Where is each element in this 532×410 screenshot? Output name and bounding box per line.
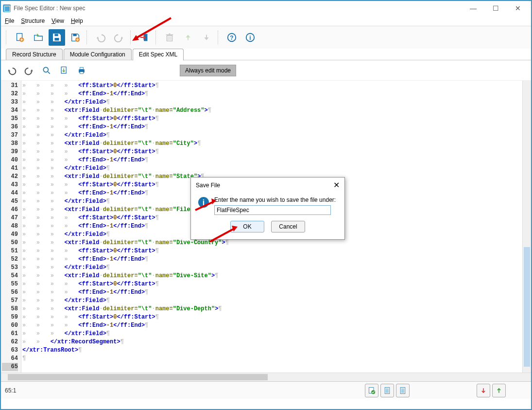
svg-rect-3 bbox=[54, 38, 59, 41]
tab-module-configuration[interactable]: Module Configuration bbox=[64, 49, 132, 60]
about-button[interactable]: i bbox=[242, 29, 258, 46]
dialog-close-button[interactable]: ✕ bbox=[333, 180, 340, 190]
svg-rect-2 bbox=[54, 34, 58, 36]
dialog-message: Enter the name you wish to save the file… bbox=[214, 196, 338, 203]
tab-record-structure[interactable]: Record Structure bbox=[6, 49, 63, 60]
menu-file[interactable]: File bbox=[5, 18, 14, 24]
editor-print-button[interactable] bbox=[75, 64, 88, 77]
svg-rect-20 bbox=[385, 387, 390, 393]
save-button[interactable] bbox=[49, 29, 65, 46]
svg-rect-17 bbox=[80, 71, 84, 73]
line-number-gutter: 3132333435363738394041424344454647484950… bbox=[1, 81, 21, 373]
menubar: File Structure View Help bbox=[1, 16, 531, 26]
editor-tabs: Record Structure Module Configuration Ed… bbox=[1, 49, 531, 60]
help-button[interactable]: ? bbox=[223, 29, 240, 46]
svg-rect-21 bbox=[400, 387, 405, 393]
svg-rect-7 bbox=[188, 37, 189, 40]
status-doc1-button[interactable] bbox=[380, 384, 394, 397]
close-window-button[interactable]: ✕ bbox=[507, 1, 529, 15]
save-as-button[interactable] bbox=[67, 29, 84, 46]
undo-button[interactable] bbox=[92, 29, 109, 46]
svg-text:?: ? bbox=[230, 35, 233, 41]
info-icon: i bbox=[198, 196, 209, 208]
cancel-button[interactable]: Cancel bbox=[271, 221, 305, 232]
always-edit-mode-button[interactable]: Always edit mode bbox=[180, 65, 236, 76]
app-icon bbox=[3, 4, 11, 12]
menu-view[interactable]: View bbox=[51, 18, 64, 24]
svg-rect-4 bbox=[73, 34, 76, 36]
ok-button[interactable]: OK bbox=[230, 221, 264, 232]
dialog-title: Save File bbox=[196, 182, 220, 189]
move-up-button[interactable] bbox=[180, 29, 196, 46]
save-file-dialog: Save File ✕ i Enter the name you wish to… bbox=[190, 177, 345, 240]
window-titlebar: File Spec Editor : New spec — ☐ ✕ bbox=[1, 1, 531, 16]
editor-toolbar: Always edit mode bbox=[1, 60, 531, 81]
window-title: File Spec Editor : New spec bbox=[14, 5, 462, 12]
new-file-button[interactable] bbox=[12, 29, 28, 46]
svg-text:i: i bbox=[249, 35, 251, 41]
editor-undo-button[interactable] bbox=[5, 64, 18, 77]
delete-button[interactable] bbox=[161, 29, 178, 46]
open-file-button[interactable] bbox=[30, 29, 47, 46]
status-doc2-button[interactable] bbox=[396, 384, 410, 397]
editor-redo-button[interactable] bbox=[22, 64, 36, 77]
filename-input[interactable] bbox=[214, 205, 331, 215]
menu-structure[interactable]: Structure bbox=[21, 18, 45, 24]
editor-search-button[interactable] bbox=[40, 64, 53, 77]
horizontal-scrollbar[interactable] bbox=[1, 373, 531, 381]
menu-help[interactable]: Help bbox=[71, 18, 83, 24]
move-down-button[interactable] bbox=[198, 29, 215, 46]
status-down-button[interactable] bbox=[477, 384, 490, 397]
svg-rect-8 bbox=[206, 35, 207, 38]
svg-rect-16 bbox=[80, 67, 84, 69]
status-up-button[interactable] bbox=[492, 384, 506, 397]
svg-text:i: i bbox=[203, 198, 205, 207]
exit-button[interactable] bbox=[136, 29, 153, 46]
tab-edit-spec-xml[interactable]: Edit Spec XML bbox=[133, 49, 184, 60]
svg-point-13 bbox=[43, 67, 48, 72]
editor-import-button[interactable] bbox=[57, 64, 71, 77]
redo-button[interactable] bbox=[111, 29, 127, 46]
maximize-button[interactable]: ☐ bbox=[484, 1, 507, 15]
statusbar: 65:1 bbox=[1, 381, 531, 399]
minimize-button[interactable]: — bbox=[462, 1, 484, 15]
vertical-scrollbar[interactable] bbox=[522, 81, 531, 373]
status-validate-button[interactable] bbox=[365, 384, 378, 397]
main-toolbar: ? i bbox=[1, 26, 531, 49]
cursor-position: 65:1 bbox=[5, 387, 16, 394]
